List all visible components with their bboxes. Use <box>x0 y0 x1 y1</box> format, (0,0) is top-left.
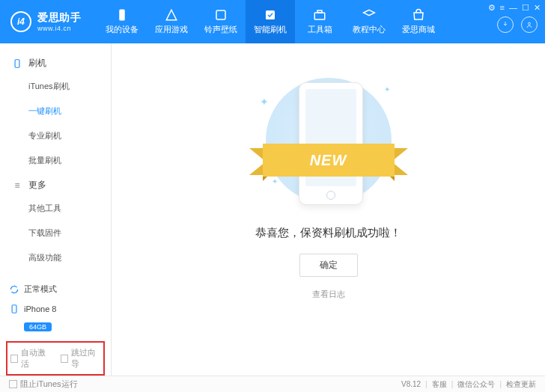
header-right <box>497 16 538 33</box>
app-header: i4 爱思助手 www.i4.cn 我的设备 应用游戏 铃声壁纸 智能刷机 工具… <box>0 0 545 43</box>
sidebar-item-download-firmware[interactable]: 下载固件 <box>0 221 111 245</box>
brand-url: www.i4.cn <box>37 25 81 32</box>
wechat-link[interactable]: 微信公众号 <box>457 379 495 390</box>
settings-icon[interactable]: ⚙ <box>488 3 496 13</box>
brand: i4 爱思助手 www.i4.cn <box>0 11 91 32</box>
tab-store[interactable]: 爱思商城 <box>394 0 443 43</box>
main-content: ✦ ✦ ✦ ✦ NEW 恭喜您，保资料刷机成功啦！ 确定 查看日志 <box>112 43 545 376</box>
device-icon <box>9 304 19 314</box>
svg-rect-6 <box>15 59 19 67</box>
tab-tutorials[interactable]: 教程中心 <box>344 0 394 43</box>
sidebar-item-batch-flash[interactable]: 批量刷机 <box>0 148 111 173</box>
success-message: 恭喜您，保资料刷机成功啦！ <box>255 226 401 240</box>
sidebar: 刷机 iTunes刷机 一键刷机 专业刷机 批量刷机 ≡ 更多 其他工具 下载固… <box>0 43 112 376</box>
sidebar-section-more: ≡ 更多 <box>0 173 111 196</box>
sidebar-item-itunes-flash[interactable]: iTunes刷机 <box>0 74 111 99</box>
checkbox-auto-activate[interactable]: 自动激活 <box>10 347 50 370</box>
svg-rect-0 <box>119 10 125 21</box>
svg-point-5 <box>529 22 531 25</box>
success-illustration: ✦ ✦ ✦ ✦ NEW <box>246 78 411 208</box>
checkbox-skip-guide[interactable]: 跳过向导 <box>61 347 100 370</box>
checkbox-block-itunes[interactable]: 阻止iTunes运行 <box>9 379 78 390</box>
ribbon-text: NEW <box>263 144 395 177</box>
close-icon[interactable]: ✕ <box>534 3 541 13</box>
tab-apps-games[interactable]: 应用游戏 <box>147 0 196 43</box>
footer: 阻止iTunes运行 V8.12| 客服| 微信公众号| 检查更新 <box>0 376 545 392</box>
sidebar-nav: 刷机 iTunes刷机 一键刷机 专业刷机 批量刷机 ≡ 更多 其他工具 下载固… <box>0 43 111 273</box>
view-log-link[interactable]: 查看日志 <box>312 289 345 300</box>
top-tabs: 我的设备 应用游戏 铃声壁纸 智能刷机 工具箱 教程中心 爱思商城 <box>97 0 443 43</box>
sidebar-item-advanced[interactable]: 高级功能 <box>0 245 111 270</box>
mode-status[interactable]: 正常模式 <box>9 279 102 299</box>
menu-icon[interactable]: ≡ <box>500 3 505 13</box>
sidebar-item-other-tools[interactable]: 其他工具 <box>0 196 111 221</box>
sidebar-item-oneclick-flash[interactable]: 一键刷机 <box>0 99 111 123</box>
options-highlight-box: 自动激活 跳过向导 <box>6 341 105 376</box>
maximize-icon[interactable]: ☐ <box>522 3 529 13</box>
menu-lines-icon: ≡ <box>12 180 22 191</box>
tab-my-device[interactable]: 我的设备 <box>97 0 147 43</box>
storage-badge: 64GB <box>24 322 52 331</box>
phone-icon <box>12 58 22 69</box>
tab-smart-flash[interactable]: 智能刷机 <box>246 0 295 43</box>
brand-name: 爱思助手 <box>37 11 81 25</box>
sidebar-status: 正常模式 iPhone 8 64GB <box>0 273 111 338</box>
sidebar-section-flash: 刷机 <box>0 51 111 74</box>
svg-rect-3 <box>314 13 325 19</box>
update-link[interactable]: 检查更新 <box>506 379 536 390</box>
window-controls: ⚙ ≡ — ☐ ✕ <box>488 3 541 13</box>
download-icon[interactable] <box>497 16 514 33</box>
sidebar-item-pro-flash[interactable]: 专业刷机 <box>0 123 111 148</box>
support-link[interactable]: 客服 <box>432 379 447 390</box>
svg-rect-4 <box>317 10 322 13</box>
refresh-icon <box>9 284 19 295</box>
confirm-button[interactable]: 确定 <box>299 254 358 277</box>
user-icon[interactable] <box>521 16 538 33</box>
device-status[interactable]: iPhone 8 <box>9 299 102 319</box>
logo-icon: i4 <box>10 11 31 32</box>
svg-rect-1 <box>216 10 225 19</box>
minimize-icon[interactable]: — <box>509 3 517 13</box>
tab-toolbox[interactable]: 工具箱 <box>295 0 344 43</box>
svg-rect-2 <box>266 10 275 19</box>
svg-rect-7 <box>12 305 16 313</box>
version-label: V8.12 <box>401 380 421 388</box>
tab-ringtones[interactable]: 铃声壁纸 <box>196 0 246 43</box>
